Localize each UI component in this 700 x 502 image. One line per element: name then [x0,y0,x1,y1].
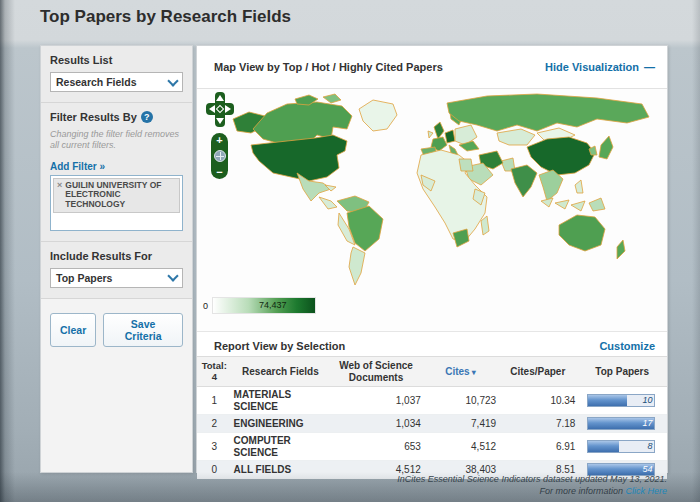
more-info-text: For more information [539,486,625,496]
save-criteria-button[interactable]: Save Criteria [103,313,183,347]
filter-chip[interactable]: × GUILIN UNIVERSITY OF ELECTRONIC TECHNO… [53,178,180,213]
row-rank: 3 [197,433,232,461]
top-papers-bar: 10 [587,394,655,407]
column-header-wos-documents: Web of Science Documents [329,357,423,387]
cites-value: 7,419 [423,415,498,433]
results-list-dropdown[interactable]: Research Fields [50,72,183,92]
include-results-selected: Top Papers [56,272,112,284]
include-results-section: Include Results For Top Papers [41,242,192,299]
map-zoom-control[interactable]: + − [211,133,228,179]
hide-visualization-link[interactable]: Hide Visualization — [545,61,655,73]
column-header-cites-per-paper: Cites/Paper [498,357,577,387]
include-results-dropdown[interactable]: Top Papers [50,268,183,288]
map-view-title: Map View by Top / Hot / Highly Cited Pap… [214,61,443,73]
zoom-in-icon[interactable]: + [216,135,222,145]
wos-value: 1,037 [329,387,423,415]
clear-button[interactable]: Clear [50,313,96,347]
chevron-down-icon [167,270,178,281]
include-results-label: Include Results For [50,250,183,262]
field-link[interactable]: ALL FIELDS [232,461,330,479]
hide-visualization-label: Hide Visualization [545,61,639,73]
report-view-title: Report View by Selection [214,340,345,352]
field-link[interactable]: ENGINEERING [232,415,330,433]
row-rank: 2 [197,415,232,433]
wos-value: 653 [329,433,423,461]
legend-gradient-bar: 74,437 [212,297,316,314]
top-papers-value: 8 [647,441,652,452]
table-row: 3 COMPUTER SCIENCE 653 4,512 6.91 8 [197,433,667,461]
collapse-icon: — [644,61,655,73]
legend-min-value: 0 [203,301,208,311]
results-list-section: Results List Research Fields [41,46,192,103]
filter-box[interactable]: × GUILIN UNIVERSITY OF ELECTRONIC TECHNO… [50,175,183,231]
results-list-label: Results List [50,54,183,66]
column-header-top-papers: Top Papers [577,357,667,387]
click-here-link[interactable]: Click Here [625,486,667,496]
map-pan-control[interactable] [206,92,234,129]
help-icon[interactable]: ? [141,111,153,123]
zoom-out-icon[interactable]: − [216,167,222,177]
customize-link[interactable]: Customize [599,340,655,352]
top-papers-bar: 17 [587,417,655,430]
filter-note: Changing the filter field removes all cu… [50,129,183,152]
cites-per-paper-value: 10.34 [498,387,577,415]
top-papers-value: 10 [642,395,652,406]
legend-max-value: 74,437 [259,298,287,313]
filter-label: Filter Results By [50,111,137,123]
column-header-research-fields: Research Fields [232,357,330,387]
chevron-down-icon [167,75,178,86]
choropleth-map-svg [197,89,667,289]
field-link[interactable]: COMPUTER SCIENCE [232,433,330,461]
footer-note: InCites Essential Science Indicators dat… [397,474,667,497]
page-title: Top Papers by Research Fields [40,7,291,27]
table-row: 2 ENGINEERING 1,034 7,419 7.18 17 [197,415,667,433]
report-table: Total:4 Research Fields Web of Science D… [197,356,667,479]
sort-descending-icon: ▾ [472,368,476,377]
add-filter-link[interactable]: Add Filter » [50,161,105,172]
row-rank: 1 [197,387,232,415]
results-list-selected: Research Fields [56,76,137,88]
cites-value: 10,723 [423,387,498,415]
column-header-cites[interactable]: Cites▾ [423,357,498,387]
sidebar: Results List Research Fields Filter Resu… [40,45,193,473]
cites-value: 4,512 [423,433,498,461]
top-papers-bar: 8 [587,440,655,453]
cites-per-paper-value: 6.91 [498,433,577,461]
filter-chip-label: GUILIN UNIVERSITY OF ELECTRONIC TECHNOLO… [65,181,173,210]
field-link[interactable]: MATERIALS SCIENCE [232,387,330,415]
table-row: 1 MATERIALS SCIENCE 1,037 10,723 10.34 1… [197,387,667,415]
table-header-row: Total:4 Research Fields Web of Science D… [197,357,667,387]
filter-section: Filter Results By ? Changing the filter … [41,103,192,242]
cites-per-paper-value: 7.18 [498,415,577,433]
world-map[interactable]: + − 0 74,437 [197,89,667,332]
dataset-updated-text: InCites Essential Science Indicators dat… [397,474,667,486]
map-color-legend: 0 74,437 [203,297,316,314]
globe-reset-icon[interactable] [214,150,226,162]
wos-value: 1,034 [329,415,423,433]
top-papers-value: 17 [642,418,652,429]
actions-section: Clear Save Criteria [41,299,192,357]
row-rank: 0 [197,461,232,479]
total-count-header: Total:4 [197,357,232,387]
main-panel: Map View by Top / Hot / Highly Cited Pap… [196,45,668,473]
remove-filter-icon[interactable]: × [57,181,62,191]
